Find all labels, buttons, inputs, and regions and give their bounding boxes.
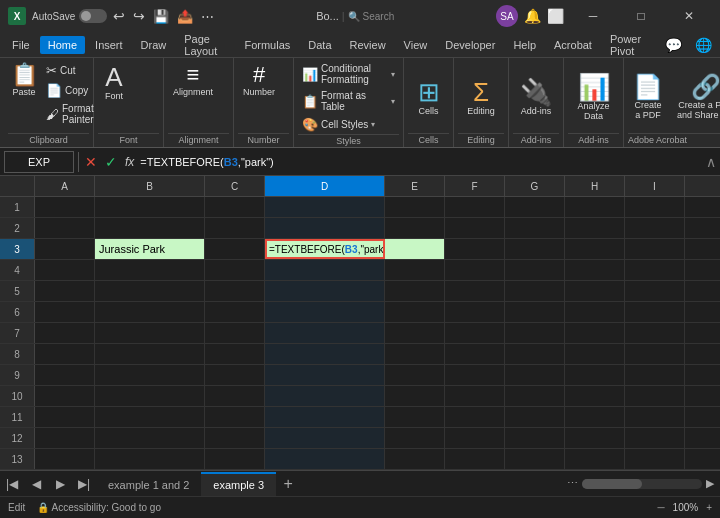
cell-h2[interactable] [565,218,625,238]
conditional-formatting-button[interactable]: 📊 Conditional Formatting ▾ [298,61,399,87]
cell-a7[interactable] [35,323,95,343]
cell-h7[interactable] [565,323,625,343]
cell-d3[interactable]: =TEXTBEFORE(B3,"park") [265,239,385,259]
undo-icon[interactable]: ↩ [113,8,125,24]
editing-button[interactable]: Σ Editing [462,76,500,119]
cell-f10[interactable] [445,386,505,406]
cell-c11[interactable] [205,407,265,427]
cell-g11[interactable] [505,407,565,427]
cell-b2[interactable] [95,218,205,238]
more-sheets-icon[interactable]: ⋯ [567,477,578,490]
cell-h9[interactable] [565,365,625,385]
cell-d11[interactable] [265,407,385,427]
cell-b4[interactable] [95,260,205,280]
zoom-in-icon[interactable]: + [706,502,712,513]
cell-i2[interactable] [625,218,685,238]
menu-review[interactable]: Review [342,36,394,54]
more-icon[interactable]: ⋯ [201,9,214,24]
cell-h3[interactable] [565,239,625,259]
cell-f11[interactable] [445,407,505,427]
cell-i12[interactable] [625,428,685,448]
cell-c12[interactable] [205,428,265,448]
formula-collapse-icon[interactable]: ∧ [706,154,716,170]
close-button[interactable]: ✕ [666,0,712,32]
cell-e3[interactable] [385,239,445,259]
cell-e1[interactable] [385,197,445,217]
horizontal-scrollbar[interactable] [582,479,702,489]
cell-i5[interactable] [625,281,685,301]
cell-f3[interactable] [445,239,505,259]
share-menu-icon[interactable]: 🌐 [690,34,716,56]
cell-c6[interactable] [205,302,265,322]
cell-f2[interactable] [445,218,505,238]
minimize-button[interactable]: ─ [570,0,616,32]
menu-draw[interactable]: Draw [133,36,175,54]
formula-confirm-icon[interactable]: ✓ [103,152,119,172]
col-header-a[interactable]: A [35,176,95,196]
cell-i4[interactable] [625,260,685,280]
menu-data[interactable]: Data [300,36,339,54]
col-header-h[interactable]: H [565,176,625,196]
cell-h11[interactable] [565,407,625,427]
cell-g1[interactable] [505,197,565,217]
search-bar[interactable]: 🔍 Search [348,11,394,22]
cell-b8[interactable] [95,344,205,364]
cell-e6[interactable] [385,302,445,322]
number-button[interactable]: # Number [238,61,280,100]
formula-function-icon[interactable]: fx [123,153,136,171]
cell-a13[interactable] [35,449,95,469]
cell-styles-button[interactable]: 🎨 Cell Styles ▾ [298,115,399,134]
save-icon[interactable]: 💾 [153,9,169,24]
cell-f12[interactable] [445,428,505,448]
paste-button[interactable]: 📋 Paste [8,61,40,100]
cell-d12[interactable] [265,428,385,448]
sheet-nav-next-next[interactable]: ▶| [72,472,96,496]
col-header-i[interactable]: I [625,176,685,196]
col-header-g[interactable]: G [505,176,565,196]
share-icon[interactable]: 📤 [177,9,193,24]
menu-insert[interactable]: Insert [87,36,131,54]
cell-g5[interactable] [505,281,565,301]
alignment-button[interactable]: ≡ Alignment [168,61,218,100]
cell-a12[interactable] [35,428,95,448]
cell-e2[interactable] [385,218,445,238]
font-button[interactable]: A Font [98,61,130,104]
cell-d13[interactable] [265,449,385,469]
menu-formulas[interactable]: Formulas [236,36,298,54]
cell-g9[interactable] [505,365,565,385]
redo-icon[interactable]: ↪ [133,8,145,24]
cell-i7[interactable] [625,323,685,343]
cell-g8[interactable] [505,344,565,364]
cell-c5[interactable] [205,281,265,301]
cell-a6[interactable] [35,302,95,322]
menu-acrobat[interactable]: Acrobat [546,36,600,54]
name-box[interactable] [4,151,74,173]
menu-power-pivot[interactable]: Power Pivot [602,30,658,60]
maximize-button[interactable]: □ [618,0,664,32]
copy-button[interactable]: 📄 Copy [42,81,98,100]
cell-i8[interactable] [625,344,685,364]
cell-g10[interactable] [505,386,565,406]
cell-i11[interactable] [625,407,685,427]
create-pdf-button[interactable]: 📄 Createa PDF [628,72,668,123]
col-header-c[interactable]: C [205,176,265,196]
comments-icon[interactable]: 💬 [660,34,686,56]
bell-icon[interactable]: 🔔 [524,8,541,24]
cell-c7[interactable] [205,323,265,343]
cell-c13[interactable] [205,449,265,469]
cell-a5[interactable] [35,281,95,301]
cell-g4[interactable] [505,260,565,280]
cell-a8[interactable] [35,344,95,364]
format-table-button[interactable]: 📋 Format as Table ▾ [298,88,399,114]
cell-b10[interactable] [95,386,205,406]
cell-a1[interactable] [35,197,95,217]
cell-e9[interactable] [385,365,445,385]
cell-h13[interactable] [565,449,625,469]
cell-a11[interactable] [35,407,95,427]
create-pdf-share-button[interactable]: 🔗 Create a PDFand Share link [672,72,720,123]
cell-a10[interactable] [35,386,95,406]
menu-page-layout[interactable]: Page Layout [176,30,234,60]
cell-i6[interactable] [625,302,685,322]
cell-h6[interactable] [565,302,625,322]
menu-help[interactable]: Help [505,36,544,54]
